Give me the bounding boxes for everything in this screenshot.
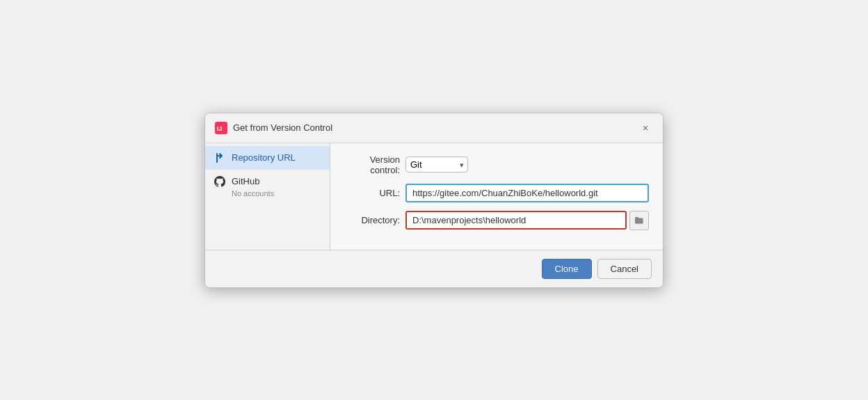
version-control-select[interactable]: Git Mercurial (405, 157, 468, 173)
version-control-row: Version control: Git Mercurial ▾ (344, 154, 649, 175)
url-input[interactable] (405, 184, 649, 202)
dialog-title: Get from Version Control (233, 122, 332, 133)
sidebar-github-label: GitHub (232, 176, 259, 186)
url-input-wrap (405, 184, 649, 202)
version-control-wrap: Git Mercurial ▾ (405, 157, 649, 173)
close-button[interactable]: × (638, 120, 653, 136)
dialog-body: Repository URL GitHub No accounts (205, 143, 663, 250)
cancel-button[interactable]: Cancel (597, 259, 652, 279)
directory-row: Directory: (344, 211, 649, 230)
get-from-version-control-dialog: IJ Get from Version Control × Repository… (204, 113, 664, 288)
title-bar-left: IJ Get from Version Control (215, 122, 332, 134)
version-control-select-wrap: Git Mercurial ▾ (405, 157, 468, 173)
url-row: URL: (344, 184, 649, 202)
sidebar-github-top: GitHub (214, 175, 321, 188)
directory-input-wrap (405, 211, 649, 230)
directory-input[interactable] (405, 211, 627, 230)
github-icon (214, 175, 226, 188)
sidebar-item-github[interactable]: GitHub No accounts (205, 170, 330, 203)
dialog-footer: Clone Cancel (205, 250, 663, 287)
content-area: Version control: Git Mercurial ▾ URL: (330, 143, 663, 250)
directory-label: Directory: (344, 215, 400, 225)
svg-text:IJ: IJ (217, 125, 223, 132)
sidebar-item-repository-url[interactable]: Repository URL (205, 146, 330, 170)
url-label: URL: (344, 188, 400, 198)
repository-url-icon (214, 152, 226, 164)
folder-icon (634, 216, 644, 225)
sidebar-github-sub: No accounts (232, 189, 321, 198)
app-icon: IJ (215, 122, 227, 134)
browse-button[interactable] (629, 211, 649, 230)
sidebar-item-label-repository-url: Repository URL (232, 152, 296, 163)
sidebar: Repository URL GitHub No accounts (205, 143, 330, 250)
clone-button[interactable]: Clone (542, 259, 592, 279)
title-bar: IJ Get from Version Control × (205, 113, 663, 143)
version-control-label: Version control: (344, 154, 400, 175)
